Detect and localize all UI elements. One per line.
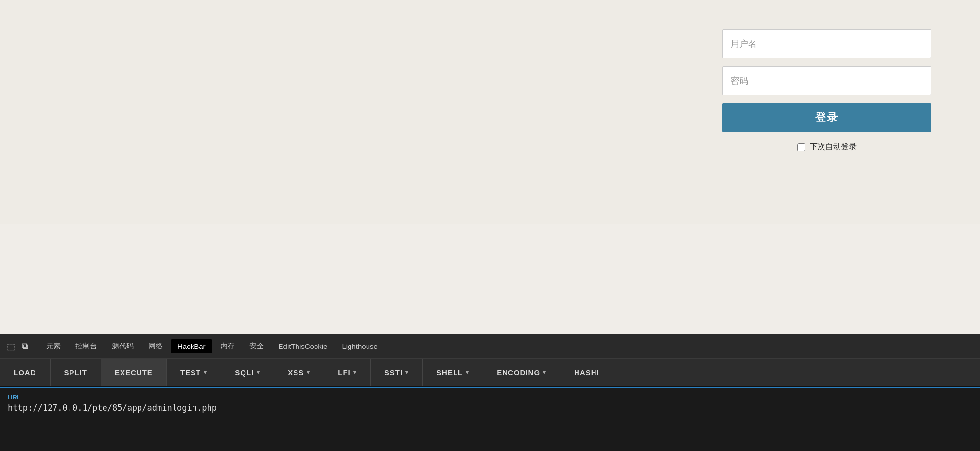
url-label: URL: [8, 394, 972, 401]
remember-label: 下次自动登录: [810, 142, 857, 152]
hackbar-load-button[interactable]: LOAD: [0, 359, 51, 386]
hackbar-split-button[interactable]: SPLIT: [51, 359, 102, 386]
tab-lighthouse[interactable]: Lighthouse: [335, 339, 384, 353]
tab-console[interactable]: 控制台: [69, 339, 104, 354]
hackbar-toolbar: LOAD SPLIT EXECUTE TEST ▾ SQLI ▾ XSS ▾ L…: [0, 359, 980, 387]
ssti-dropdown-arrow: ▾: [405, 369, 409, 376]
inspect-icon[interactable]: ⧉: [19, 339, 31, 353]
hackbar-url-area: URL http://127.0.0.1/pte/85/app/adminlog…: [0, 387, 980, 451]
username-input[interactable]: [722, 29, 931, 58]
lfi-dropdown-arrow: ▾: [353, 369, 357, 376]
hackbar-xss-button[interactable]: XSS ▾: [274, 359, 324, 386]
devtools-tabbar: ⬚ ⧉ 元素 控制台 源代码 网络 HackBar 内存 安全 EditThis…: [0, 334, 980, 359]
url-value[interactable]: http://127.0.0.1/pte/85/app/adminlogin.p…: [8, 403, 972, 413]
encoding-dropdown-arrow: ▾: [543, 369, 546, 376]
remember-checkbox[interactable]: [797, 143, 805, 151]
sqli-dropdown-arrow: ▾: [257, 369, 260, 376]
cursor-icon[interactable]: ⬚: [4, 339, 18, 354]
hackbar-sqli-button[interactable]: SQLI ▾: [221, 359, 274, 386]
tab-separator: [35, 340, 35, 353]
login-button[interactable]: 登录: [722, 103, 931, 132]
main-page: 登录 下次自动登录: [0, 0, 980, 224]
tab-hackbar[interactable]: HackBar: [171, 339, 212, 353]
devtools-panel: ⬚ ⧉ 元素 控制台 源代码 网络 HackBar 内存 安全 EditThis…: [0, 334, 980, 451]
xss-dropdown-arrow: ▾: [307, 369, 310, 376]
hackbar-execute-button[interactable]: EXECUTE: [101, 359, 167, 386]
tab-source[interactable]: 源代码: [105, 339, 140, 354]
hackbar-lfi-button[interactable]: LFI ▾: [324, 359, 371, 386]
hackbar-test-button[interactable]: TEST ▾: [167, 359, 221, 386]
password-input[interactable]: [722, 66, 931, 95]
hackbar-hashi-button[interactable]: HASHI: [560, 359, 613, 386]
test-dropdown-arrow: ▾: [204, 369, 207, 376]
login-form: 登录 下次自动登录: [722, 29, 931, 152]
tab-editthiscookie[interactable]: EditThisCookie: [272, 339, 334, 353]
tab-memory[interactable]: 内存: [213, 339, 242, 354]
tab-network[interactable]: 网络: [141, 339, 170, 354]
tab-security[interactable]: 安全: [243, 339, 271, 354]
hackbar-encoding-button[interactable]: ENCODING ▾: [483, 359, 560, 386]
hackbar-shell-button[interactable]: SHELL ▾: [423, 359, 483, 386]
remember-row: 下次自动登录: [722, 142, 931, 152]
tab-elements[interactable]: 元素: [39, 339, 68, 354]
shell-dropdown-arrow: ▾: [466, 369, 469, 376]
hackbar-ssti-button[interactable]: SSTI ▾: [371, 359, 423, 386]
